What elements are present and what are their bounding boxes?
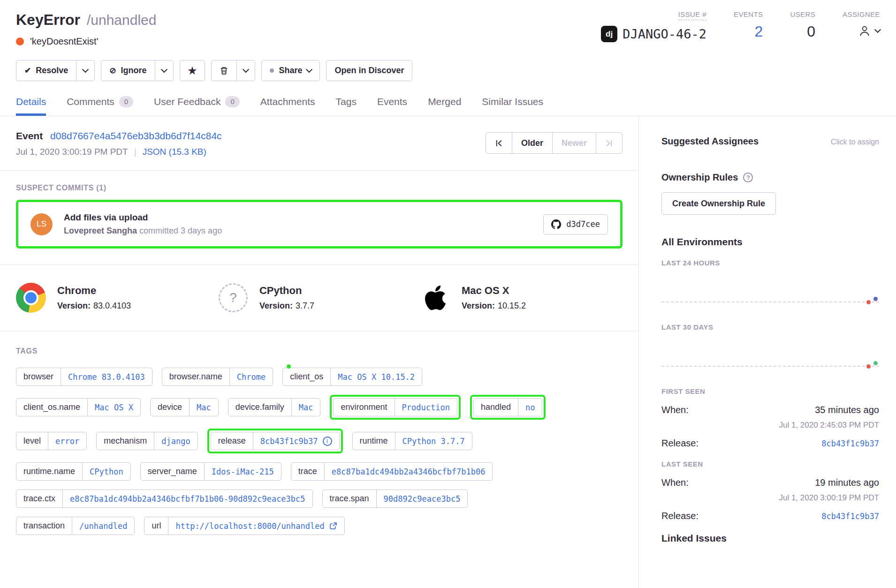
last-seen-when-row: When: 19 minutes ago: [661, 477, 879, 488]
open-in-discover-button[interactable]: Open in Discover: [326, 60, 412, 81]
tag-key: trace.ctx: [16, 490, 63, 507]
tag-value-link[interactable]: Mac OS X: [88, 399, 140, 416]
delete-button[interactable]: [211, 60, 237, 81]
commit-sha-text: d3d7cee: [566, 219, 600, 229]
tag-value-text: http://localhost:8000/unhandled: [175, 521, 324, 531]
issue-transaction-path: /unhandled: [87, 12, 156, 28]
ignore-dropdown-button[interactable]: [155, 60, 174, 81]
stat-assignee: ASSIGNEE: [843, 10, 880, 42]
tag-value-link[interactable]: no: [518, 399, 542, 416]
events-sparkline-24h: [661, 269, 879, 310]
separator: |: [134, 147, 137, 157]
github-icon: [551, 219, 561, 229]
newer-label: Newer: [562, 138, 587, 148]
tag-value-link[interactable]: django: [154, 432, 197, 450]
version-label: Version:: [57, 301, 91, 310]
tag-value-link[interactable]: Mac OS X 10.15.2: [331, 368, 422, 385]
open-in-discover-label: Open in Discover: [334, 66, 404, 75]
tab-tags[interactable]: Tags: [336, 96, 357, 116]
tag-value-link[interactable]: Idos-iMac-215: [205, 463, 281, 480]
tag-key: device.family: [228, 399, 292, 416]
context-browser: Chrome Version:83.0.4103: [16, 283, 218, 313]
tab-details[interactable]: Details: [16, 96, 46, 116]
stat-events: EVENTS 2: [734, 10, 763, 42]
check-icon: ✔: [24, 67, 31, 75]
sparkline-marker-red-icon: [866, 364, 871, 369]
event-json-link[interactable]: JSON (15.3 KB): [143, 147, 206, 157]
tag-value-link[interactable]: /unhandled: [72, 517, 134, 535]
context-version: Version:3.7.7: [259, 301, 314, 311]
assignee-selector[interactable]: [858, 24, 880, 38]
resolve-button[interactable]: ✔ Resolve: [16, 60, 76, 81]
context-runtime: ? CPython Version:3.7.7: [218, 283, 420, 313]
ignore-button-group: ⊘ Ignore: [101, 60, 173, 81]
tag-value-link[interactable]: Mac: [190, 399, 218, 416]
tag-value-link[interactable]: 90d892c9eace3bc5: [377, 490, 468, 507]
tag-value-link[interactable]: CPython 3.7.7: [395, 432, 472, 450]
tag-value-link[interactable]: Chrome: [230, 368, 273, 385]
tag-value-link[interactable]: error: [48, 432, 86, 450]
chevron-down-icon: [160, 66, 167, 73]
first-seen-release-link[interactable]: 8cb43f1c9b37: [821, 439, 879, 448]
events-count[interactable]: 2: [755, 24, 763, 39]
tag-value-link[interactable]: CPython: [83, 463, 130, 480]
tag-value-link[interactable]: Production: [395, 399, 457, 416]
commit-sha-button[interactable]: d3d7cee: [543, 214, 608, 234]
tag-row: trace.ctx e8c87ba1dc494bb2a4346bcfbf7b1b…: [16, 490, 623, 508]
issue-short-id[interactable]: dj DJANGO-46-2: [601, 26, 706, 42]
create-ownership-rule-button[interactable]: Create Ownership Rule: [661, 192, 776, 215]
tag-value-link[interactable]: http://localhost:8000/unhandled: [168, 517, 344, 535]
tag-key: mechanism: [97, 432, 154, 450]
tab-similar-issues[interactable]: Similar Issues: [482, 96, 543, 116]
event-context-panel: Chrome Version:83.0.4103 ? CPython Versi…: [0, 264, 638, 331]
sparkline-baseline: [661, 366, 879, 367]
oldest-event-button[interactable]: [486, 132, 512, 154]
tag-key: client_os: [283, 368, 331, 385]
bookmark-button[interactable]: ★: [180, 60, 205, 81]
tag-trace-ctx: trace.ctx e8c87ba1dc494bb2a4346bcfbf7b1b…: [16, 490, 313, 508]
help-icon[interactable]: ?: [743, 173, 753, 182]
delete-dropdown-button[interactable]: [237, 60, 255, 81]
tag-url: url http://localhost:8000/unhandled: [144, 517, 344, 535]
person-icon: [858, 24, 872, 38]
tab-label: Details: [16, 96, 46, 107]
version-value: 10.15.2: [498, 301, 526, 310]
info-icon[interactable]: i: [323, 437, 332, 446]
tag-value-link[interactable]: Mac: [292, 399, 320, 416]
tab-user-feedback[interactable]: User Feedback 0: [154, 96, 240, 116]
first-seen-relative-time: 35 minutes ago: [815, 405, 879, 415]
context-name: Mac OS X: [462, 285, 526, 297]
unknown-runtime-icon: ?: [218, 283, 248, 313]
tag-value-link[interactable]: Chrome 83.0.4103: [61, 368, 152, 385]
event-title-line: Event d08d7667e4a5476eb3b3db6d7f14c84c: [16, 130, 222, 142]
newer-event-button[interactable]: Newer: [552, 132, 596, 154]
issue-number-label: ISSUE #: [678, 10, 706, 20]
tag-value-link[interactable]: 8cb43f1c9b37 i: [253, 432, 339, 450]
all-environments-title: All Environments: [661, 236, 879, 248]
tab-attachments[interactable]: Attachments: [260, 96, 315, 116]
tag-value-link[interactable]: e8c87ba1dc494bb2a4346bcfbf7b1b06: [325, 463, 493, 480]
tag-value-link[interactable]: e8c87ba1dc494bb2a4346bcfbf7b1b06-90d892c…: [63, 490, 312, 507]
tab-merged[interactable]: Merged: [428, 96, 461, 116]
content-area: Event d08d7667e4a5476eb3b3db6d7f14c84c J…: [0, 116, 896, 588]
resolve-dropdown-button[interactable]: [76, 60, 95, 81]
main-column: Event d08d7667e4a5476eb3b3db6d7f14c84c J…: [0, 116, 639, 588]
chrome-icon: [16, 283, 46, 313]
tag-key: runtime.name: [16, 463, 83, 480]
ignore-button[interactable]: ⊘ Ignore: [101, 60, 155, 81]
suspect-commits-heading: SUSPECT COMMITS (1): [16, 184, 623, 192]
newest-event-button[interactable]: [596, 132, 623, 154]
share-button[interactable]: Share: [261, 60, 320, 81]
tab-events[interactable]: Events: [377, 96, 407, 116]
tag-client-os-wrap: client_os Mac OS X 10.15.2: [282, 368, 422, 386]
event-id-link[interactable]: d08d7667e4a5476eb3b3db6d7f14c84c: [50, 130, 222, 141]
tag-runtime-name: runtime.name CPython: [16, 462, 131, 481]
users-count[interactable]: 0: [807, 24, 815, 39]
skip-to-last-icon: [605, 139, 613, 147]
context-browser-info: Chrome Version:83.0.4103: [57, 285, 131, 311]
tag-mechanism: mechanism django: [96, 432, 197, 450]
tab-comments[interactable]: Comments 0: [67, 96, 133, 116]
last-seen-release-link[interactable]: 8cb43f1c9b37: [821, 512, 879, 521]
older-event-button[interactable]: Older: [512, 132, 553, 154]
delete-button-group: [211, 60, 255, 81]
